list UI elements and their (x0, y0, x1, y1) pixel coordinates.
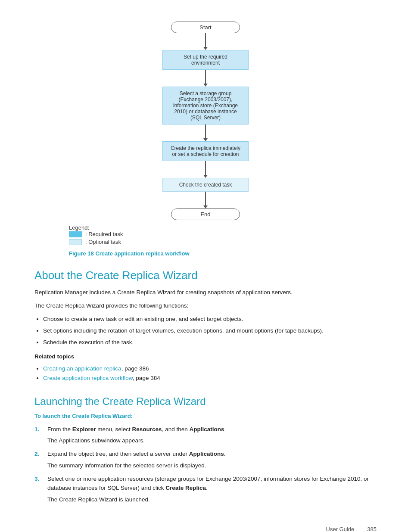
step-3: Select one or more application resources… (34, 475, 377, 504)
flow-connector (205, 33, 206, 40)
related-link-2[interactable]: Create application replica workflow (43, 375, 133, 381)
launching-section-title: Launching the Create Replica Wizard (34, 395, 377, 408)
step-2-content: Expand the object tree, and then select … (47, 450, 377, 470)
related-link-1[interactable]: Creating an application replica (43, 365, 121, 372)
legend-optional-item: : Optional task (69, 239, 377, 245)
flowchart-start-node: Start (171, 22, 240, 33)
related-topics-label: Related topics (34, 352, 377, 361)
flowchart-replica-node: Create the replica immediately or set a … (162, 141, 249, 161)
flow-connector (205, 161, 206, 168)
legend-optional-box (69, 239, 82, 245)
step-2: Expand the object tree, and then select … (34, 450, 377, 470)
related-item-2: Create application replica workflow, pag… (43, 373, 377, 383)
about-section-title: About the Create Replica Wizard (34, 269, 377, 282)
footer-page: 385 (367, 526, 377, 532)
flow-arrow (203, 131, 208, 141)
about-bullet-1: Choose to create a new task or edit an e… (43, 315, 377, 324)
step-1-text: From the Explorer menu, select Resources… (47, 426, 226, 432)
flowchart-env-node: Set up the required environment (162, 50, 249, 70)
flowchart-storage-node: Select a storage group (Exchange 2003/20… (162, 87, 249, 124)
footer-label: User Guide (326, 526, 355, 532)
step-2-sub: The summary information for the selected… (47, 461, 377, 470)
page-footer: User Guide 385 (34, 526, 377, 532)
step-1-sub: The Applications subwindow appears. (47, 436, 377, 445)
legend-required-label: : Required task (85, 231, 123, 237)
flow-connector (205, 124, 206, 131)
about-bullet-3: Schedule the execution of the task. (43, 338, 377, 347)
about-para1: Replication Manager includes a Create Re… (34, 288, 377, 297)
flowchart-end-node: End (171, 208, 240, 220)
step-3-sub: The Create Replica Wizard is launched. (47, 495, 377, 504)
flowchart: Start Set up the required environment Se… (34, 22, 377, 220)
step-2-text: Expand the object tree, and then select … (47, 451, 226, 457)
flow-arrow (203, 199, 208, 208)
step-1: From the Explorer menu, select Resources… (34, 425, 377, 446)
step-3-content: Select one or more application resources… (47, 475, 377, 504)
related-item-2-suffix: , page 384 (133, 375, 160, 381)
figure-caption: Figure 18 Create application replica wor… (69, 250, 377, 257)
legend-optional-label: : Optional task (85, 239, 121, 245)
step-1-content: From the Explorer menu, select Resources… (47, 425, 377, 446)
about-bullets: Choose to create a new task or edit an e… (43, 315, 377, 347)
legend-required-box (69, 231, 82, 237)
launching-subtitle: To launch the Create Replica Wizard: (34, 412, 377, 420)
flow-arrow (203, 40, 208, 50)
about-bullet-2: Set options including the rotation of ta… (43, 327, 377, 336)
legend: Legend: : Required task : Optional task (69, 224, 377, 245)
flow-arrow (203, 168, 208, 178)
related-item-1-suffix: , page 386 (121, 365, 149, 372)
related-list: Creating an application replica, page 38… (43, 364, 377, 384)
legend-required-item: : Required task (69, 231, 377, 237)
flow-connector (205, 70, 206, 77)
related-item-1: Creating an application replica, page 38… (43, 364, 377, 374)
flow-connector (205, 192, 206, 199)
flowchart-check-node: Check the created task (162, 178, 249, 192)
step-3-text: Select one or more application resources… (47, 476, 369, 491)
steps-list: From the Explorer menu, select Resources… (34, 425, 377, 504)
legend-label: Legend: (69, 224, 89, 231)
flow-arrow (203, 77, 208, 87)
about-para2: The Create Replica Wizard provides the f… (34, 302, 377, 311)
